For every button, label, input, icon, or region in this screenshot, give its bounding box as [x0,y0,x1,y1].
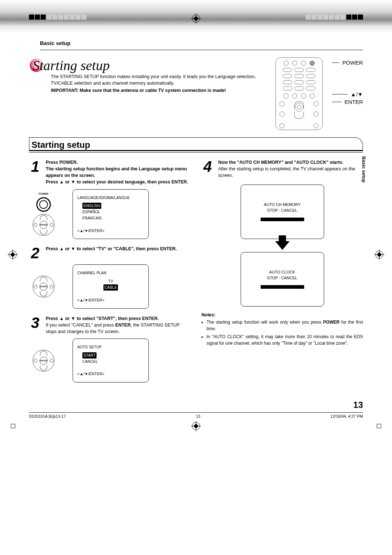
remote-control-diagram [275,57,323,130]
divider [40,50,363,50]
step-3: 3 Press ▲ or ▼ to select "START", then p… [29,315,191,335]
osd-auto-setup-screen: AUTO SETUP START CANCEL <▲/▼/ENTER> [73,339,149,382]
osd-channel-plan-screen: CHANNEL PLAN TV CABLE <▲/▼/ENTER> [73,264,149,308]
step-number: 4 [201,159,214,179]
dpad-icon: ENTER [33,214,54,236]
side-tab: Basic setup [361,156,367,183]
page-title: Starting setup [33,57,261,73]
dpad-icon: ENTER [33,276,54,297]
page-number: 13 [29,400,363,410]
step-4: 4 Now the "AUTO CH MEMORY" and "AUTO CLO… [201,159,363,179]
dpad-diagram: ENTER [29,276,58,297]
print-top-gradient [0,0,392,33]
callout-power: POWER [342,60,363,66]
power-button-diagram: POWER ENTER [29,193,58,236]
dpad-icon: ENTER [33,350,54,372]
notes-heading: Notes: [201,312,363,317]
notes-list: The starting setup function will work on… [201,319,363,347]
power-icon [36,197,51,212]
tv-auto-ch-memory-screen: AUTO CH MEMORY STOP : CANCEL [241,185,324,239]
registration-crosshair-icon [192,15,200,23]
step-number: 2 [29,246,41,261]
registration-marks-bottom [29,421,363,432]
section-heading: Starting setup [32,140,358,150]
osd-language-screen: LANGUAGE/IDIOMA/LANGUE ENGLISH ESPAÑOL F… [73,189,149,239]
registration-crosshair-icon [9,251,17,259]
step-2: 2 Press ▲ or ▼ to select "TV" or "CABLE"… [29,246,191,261]
step-number: 3 [29,315,41,335]
dpad-diagram: ENTER [29,350,58,372]
intro-paragraph: The STARTING SETUP function makes instal… [51,73,261,94]
callout-updown: ▲/▼ [351,91,363,97]
print-footer: 5S20101A [E]p13-17 13 12/16/04, 4:27 PM [29,414,363,418]
divider [29,412,363,413]
step-1: 1 Press POWER. The starting setup functi… [29,159,191,186]
callout-enter: ENTER [344,99,363,105]
down-arrow-icon [275,241,290,250]
chapter-header: Basic setup [40,40,363,46]
tv-auto-clock-screen: AUTO CLOCK STOP : CANCEL [241,252,324,307]
step-number: 1 [29,159,41,186]
registration-crosshair-icon [375,251,383,259]
